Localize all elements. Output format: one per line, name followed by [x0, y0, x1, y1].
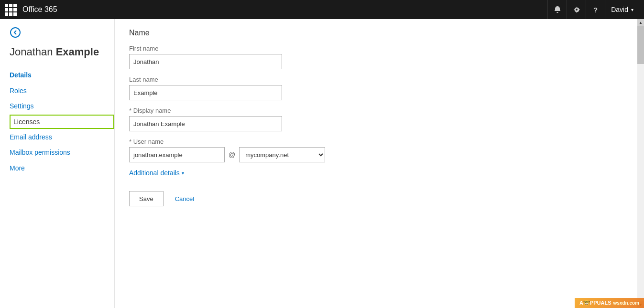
sidebar-item-mailbox-permissions[interactable]: Mailbox permissions	[10, 145, 114, 159]
display-name-label: * Display name	[129, 107, 630, 114]
last-name-label: Last name	[129, 76, 630, 83]
cancel-button[interactable]: Cancel	[169, 191, 200, 206]
sidebar: Jonathan Example Details Roles Settings …	[0, 19, 115, 308]
svg-point-0	[11, 28, 20, 37]
scrollbar-up-button[interactable]: ▲	[637, 19, 644, 26]
sidebar-item-email-address[interactable]: Email address	[10, 130, 114, 144]
additional-details-label: Additional details	[129, 169, 180, 177]
save-button[interactable]: Save	[129, 191, 164, 206]
scrollbar-thumb[interactable]	[637, 26, 644, 64]
last-name-group: Last name	[129, 76, 630, 100]
user-page-title: Jonathan Example	[10, 46, 114, 58]
notification-button[interactable]	[547, 0, 567, 19]
help-icon: ?	[593, 6, 598, 14]
user-last-name: Example	[56, 46, 99, 58]
user-name-group: * User name @ mycompany.net	[129, 138, 630, 162]
additional-details-toggle[interactable]: Additional details ▾	[129, 169, 630, 177]
scrollbar-track: ▲ ▼	[637, 19, 644, 308]
user-name-label: David	[611, 6, 628, 13]
help-button[interactable]: ?	[586, 0, 605, 19]
scrollbar-down-button[interactable]: ▼	[637, 301, 644, 308]
display-name-input[interactable]	[129, 116, 282, 131]
sidebar-item-settings[interactable]: Settings	[10, 99, 114, 113]
content-area: Name First name Last name * Display name…	[115, 19, 644, 308]
sidebar-item-licenses[interactable]: Licenses	[10, 115, 114, 129]
sidebar-item-details[interactable]: Details	[10, 68, 114, 82]
username-row: @ mycompany.net	[129, 147, 630, 162]
user-menu-chevron: ▾	[631, 7, 633, 12]
topbar-icons: ? David ▾	[547, 0, 639, 19]
first-name-input[interactable]	[129, 54, 282, 69]
topbar: Office 365 ? David ▾	[0, 0, 644, 19]
first-name-group: First name	[129, 45, 630, 69]
display-name-group: * Display name	[129, 107, 630, 131]
first-name-label: First name	[129, 45, 630, 52]
back-button[interactable]	[10, 27, 114, 38]
username-input[interactable]	[129, 147, 225, 162]
sidebar-navigation: Details Roles Settings Licenses Email ad…	[10, 68, 114, 175]
main-layout: Jonathan Example Details Roles Settings …	[0, 19, 644, 308]
user-first-name: Jonathan	[10, 46, 53, 58]
form-section-title: Name	[129, 29, 630, 37]
domain-select[interactable]: mycompany.net	[239, 147, 325, 162]
app-title: Office 365	[22, 5, 542, 14]
additional-details-chevron: ▾	[182, 170, 184, 176]
at-sign: @	[229, 151, 235, 159]
form-actions: Save Cancel	[129, 191, 630, 206]
user-menu-button[interactable]: David ▾	[605, 0, 639, 19]
last-name-input[interactable]	[129, 85, 282, 100]
settings-button[interactable]	[567, 0, 586, 19]
app-launcher-button[interactable]	[5, 4, 17, 16]
sidebar-item-more[interactable]: More	[10, 161, 114, 175]
sidebar-item-roles[interactable]: Roles	[10, 84, 114, 98]
user-name-label: * User name	[129, 138, 630, 145]
